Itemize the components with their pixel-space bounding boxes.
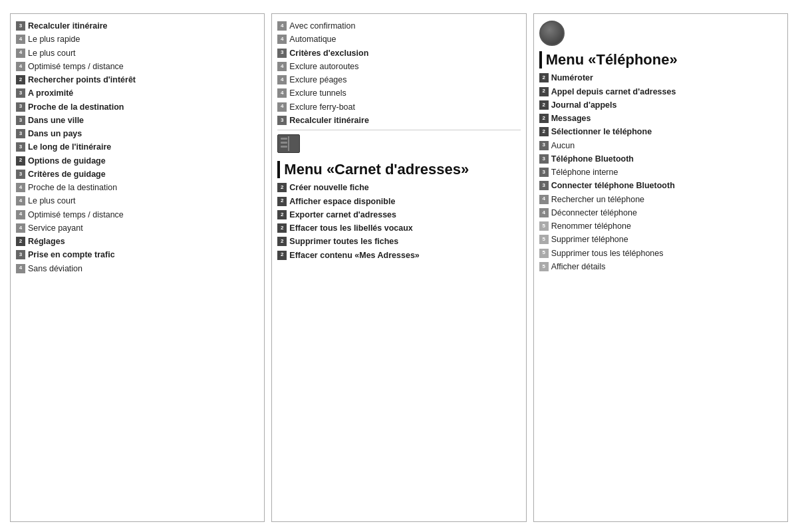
level-badge: 3 [539,181,549,190]
list-item: 2 Afficher espace disponible [277,196,520,207]
item-label: Optimisé temps / distance [28,61,124,72]
list-item: 2 Appel depuis carnet d'adresses [539,86,782,97]
item-label: Le plus court [28,48,76,59]
item-label: A proximité [28,88,73,98]
item-label: Exclure ferry-boat [289,102,355,112]
item-label: Effacer tous les libellés vocaux [289,223,413,233]
col2-section-header: Menu «Carnet d'adresses» [277,161,520,178]
col3-section-header: Menu «Téléphone» [539,51,782,68]
column-3: Menu «Téléphone» 2 Numéroter 2 Appel dep… [533,13,788,522]
level-badge: 5 [539,249,549,258]
item-label: Téléphone interne [551,167,618,178]
list-item: 2 Messages [539,113,782,124]
level-badge: 5 [539,221,549,231]
list-item: 4 Sans déviation [16,263,259,274]
level-badge: 3 [16,116,25,125]
item-label: Supprimer toutes les fiches [289,236,398,247]
item-label: Sans déviation [28,263,82,274]
list-item: 4 Exclure ferry-boat [277,102,520,112]
list-item: 2 Rechercher points d'intérêt [16,74,259,85]
item-label: Recalculer itinéraire [289,115,369,126]
item-label: Options de guidage [28,156,106,166]
level-badge: 3 [539,141,549,150]
level-badge: 3 [16,102,25,112]
item-label: Déconnecter téléphone [551,207,637,218]
item-label: Renommer téléphone [551,221,631,231]
item-label: Le plus court [28,196,76,206]
col3-content: Menu «Téléphone» 2 Numéroter 2 Appel dep… [539,21,782,272]
book-icon [277,134,520,158]
item-label: Exclure autoroutes [289,61,358,72]
list-item: 2 Options de guidage [16,156,259,166]
level-badge: 4 [277,62,287,71]
level-badge: 5 [539,235,549,244]
item-label: Journal d'appels [551,100,617,110]
level-badge: 2 [539,100,549,110]
item-label: Prise en compte trafic [28,249,115,260]
list-item: 4 Service payant [16,223,259,233]
col1-items: 3 Recalculer itinéraire 4 Le plus rapide… [16,21,259,274]
col2-top: 4 Avec confirmation 4 Automatique 3 Crit… [277,21,520,126]
item-label: Supprimer téléphone [551,234,628,245]
page-container: 3 Recalculer itinéraire 4 Le plus rapide… [0,0,798,532]
item-label: Appel depuis carnet d'adresses [551,86,676,97]
list-item: 5 Afficher détails [539,261,782,272]
level-badge: 4 [16,49,25,58]
item-label: Service payant [28,223,83,233]
list-item: 2 Sélectionner le téléphone [539,126,782,137]
level-badge: 3 [16,21,25,31]
list-item: 2 Journal d'appels [539,100,782,110]
list-item: 4 Exclure péages [277,74,520,85]
item-label: Afficher détails [551,261,606,272]
level-badge: 4 [16,62,25,71]
list-item: 4 Le plus court [16,196,259,206]
item-label: Rechercher un téléphone [551,194,644,205]
item-label: Effacer contenu «Mes Adresses» [289,250,419,261]
item-label: Automatique [289,34,336,45]
list-item: 5 Supprimer téléphone [539,234,782,245]
list-item: 3 Proche de la destination [16,102,259,112]
list-item: 3 A proximité [16,88,259,98]
level-badge: 3 [16,250,25,259]
item-label: Connecter téléphone Bluetooth [551,180,675,191]
level-badge: 3 [16,88,25,98]
list-item: 3 Connecter téléphone Bluetooth [539,180,782,191]
level-badge: 2 [277,183,287,192]
col2-color-bar [277,161,280,178]
level-badge: 3 [16,170,25,179]
item-label: Avec confirmation [289,21,355,31]
list-item: 4 Automatique [277,34,520,45]
item-label: Sélectionner le téléphone [551,126,652,137]
item-label: Numéroter [551,72,593,83]
item-label: Proche de la destination [28,182,117,193]
item-label: Recalculer itinéraire [28,21,108,31]
level-badge: 2 [277,210,287,219]
level-badge: 4 [16,196,25,205]
level-badge: 4 [16,210,25,219]
list-item: 4 Optimisé temps / distance [16,61,259,72]
level-badge: 4 [277,88,287,98]
item-label: Réglages [28,236,65,247]
col3-menu-title: Menu «Téléphone» [546,51,678,68]
item-label: Exporter carnet d'adresses [289,209,396,220]
level-badge: 2 [539,127,549,136]
list-item: 4 Le plus rapide [16,34,259,45]
level-badge: 4 [539,208,549,217]
level-badge: 5 [539,262,549,271]
column-2: 4 Avec confirmation 4 Automatique 3 Crit… [271,13,526,522]
list-item: 3 Critères de guidage [16,169,259,180]
level-badge: 2 [277,251,287,260]
item-label: Supprimer tous les téléphones [551,248,664,259]
item-label: Proche de la destination [28,102,124,112]
level-badge: 3 [277,49,287,58]
list-item: 4 Le plus court [16,48,259,59]
list-item: 2 Effacer tous les libellés vocaux [277,223,520,233]
list-item: 2 Réglages [16,236,259,247]
item-label: Téléphone Bluetooth [551,154,634,164]
list-item: 3 Critères d'exclusion [277,48,520,59]
item-label: Le long de l'itinéraire [28,142,111,152]
level-badge: 3 [16,129,25,138]
level-badge: 2 [16,75,25,84]
item-label: Exclure péages [289,74,346,85]
list-item: 5 Renommer téléphone [539,221,782,231]
